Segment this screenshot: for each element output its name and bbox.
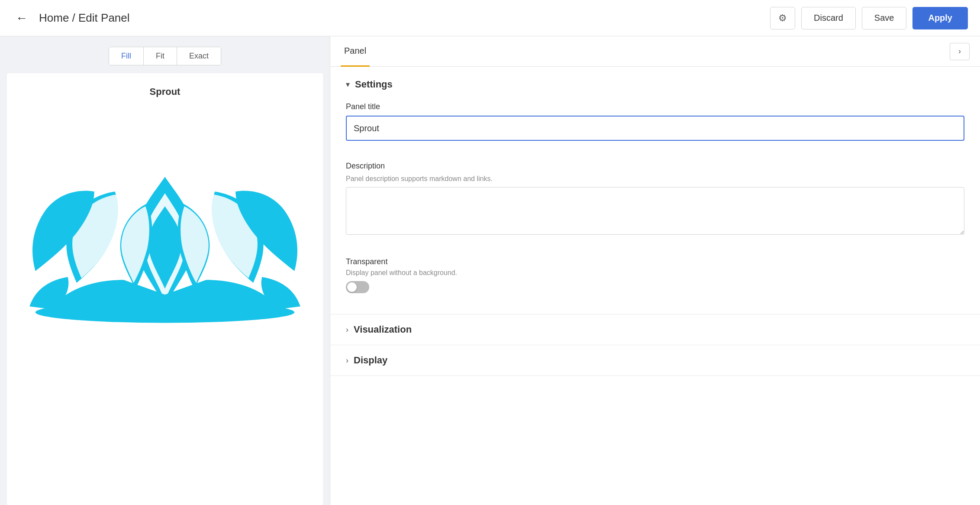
- display-section[interactable]: › Display: [330, 345, 980, 376]
- description-label: Description: [346, 162, 964, 171]
- toggle-knob: [347, 282, 357, 292]
- visualization-title: Visualization: [354, 324, 412, 335]
- description-input[interactable]: [346, 187, 964, 235]
- panel-title-input[interactable]: [346, 116, 964, 141]
- svg-point-0: [35, 302, 294, 323]
- transparent-field-group: Transparent Display panel without a back…: [346, 257, 964, 293]
- chevron-right-icon: ›: [958, 47, 961, 56]
- tab-fit[interactable]: Fit: [144, 47, 177, 65]
- header-left: ← Home / Edit Panel: [12, 10, 130, 27]
- toggle-row: [346, 281, 964, 293]
- display-title: Display: [354, 355, 387, 366]
- header: ← Home / Edit Panel ⚙ Discard Save Apply: [0, 0, 980, 36]
- chevron-right-icon: ›: [346, 356, 348, 365]
- panel-tabs-row: Panel ›: [330, 36, 980, 67]
- transparent-toggle[interactable]: [346, 281, 369, 293]
- description-field-group: Description Panel description supports m…: [346, 162, 964, 249]
- header-right: ⚙ Discard Save Apply: [770, 7, 968, 29]
- settings-button[interactable]: ⚙: [770, 7, 795, 29]
- panel-title-field-group: Panel title: [346, 102, 964, 153]
- display-header: › Display: [346, 355, 964, 366]
- panel-title-label: Panel title: [346, 102, 964, 111]
- settings-header[interactable]: ▾ Settings: [346, 79, 964, 90]
- description-subtitle: Panel description supports markdown and …: [346, 175, 964, 183]
- breadcrumb: Home / Edit Panel: [39, 11, 130, 25]
- chevron-right-icon: ›: [346, 325, 348, 334]
- view-tabs: Fill Fit Exact: [109, 47, 221, 65]
- lotus-image: [18, 106, 312, 330]
- back-icon: ←: [16, 11, 28, 25]
- visualization-header: › Visualization: [346, 324, 964, 335]
- visualization-section[interactable]: › Visualization: [330, 314, 980, 345]
- panel-expand-button[interactable]: ›: [950, 43, 970, 60]
- right-panel: Panel › ▾ Settings Panel title Descripti…: [330, 36, 980, 505]
- transparent-label: Transparent: [346, 257, 964, 266]
- discard-button[interactable]: Discard: [801, 7, 856, 29]
- left-panel: Fill Fit Exact Sprout: [0, 36, 330, 505]
- apply-button[interactable]: Apply: [912, 7, 968, 29]
- gear-icon: ⚙: [778, 13, 787, 24]
- back-button[interactable]: ←: [12, 10, 31, 27]
- transparent-subtitle: Display panel without a background.: [346, 269, 964, 277]
- tab-fill[interactable]: Fill: [109, 47, 144, 65]
- preview-area: Sprout: [7, 73, 323, 505]
- chevron-down-icon: ▾: [346, 80, 350, 89]
- settings-title: Settings: [355, 79, 393, 90]
- content: Fill Fit Exact Sprout: [0, 36, 980, 505]
- tab-exact[interactable]: Exact: [177, 47, 221, 65]
- preview-title: Sprout: [150, 86, 181, 97]
- save-button[interactable]: Save: [862, 7, 907, 29]
- settings-section: ▾ Settings Panel title Description Panel…: [330, 67, 980, 314]
- tab-panel[interactable]: Panel: [341, 36, 370, 67]
